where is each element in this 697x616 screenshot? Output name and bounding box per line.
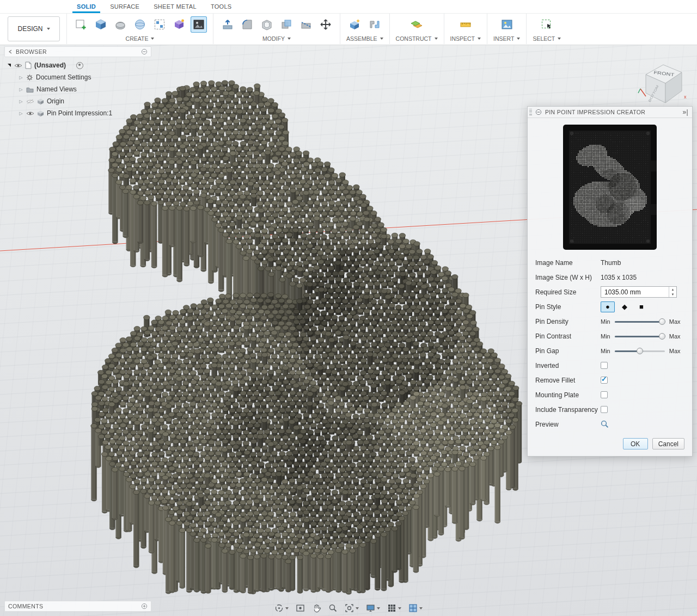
tab-solid[interactable]: SOLID: [70, 0, 103, 13]
press-pull-icon[interactable]: [219, 16, 236, 33]
collapsed-node-icon[interactable]: ▷: [19, 99, 23, 104]
tab-tools[interactable]: TOOLS: [204, 0, 239, 13]
pin-point-impression-dialog: PIN POINT IMPRESSION CREATOR »| Image Na…: [527, 106, 693, 457]
required-size-input[interactable]: 1035.00 mm ▲▼: [601, 286, 677, 298]
grid-and-snaps-icon[interactable]: [387, 603, 401, 613]
pin-density-slider[interactable]: [615, 318, 665, 325]
pin-contrast-row: Pin Contrast Min Max: [535, 329, 684, 343]
create-group-label[interactable]: CREATE: [126, 35, 155, 42]
inverted-checkbox[interactable]: [601, 362, 608, 369]
design-menu-button[interactable]: DESIGN: [8, 16, 60, 41]
construct-group-label[interactable]: CONSTRUCT: [396, 35, 438, 42]
browser-item-named-views[interactable]: ▷ Named Views: [4, 83, 152, 95]
pin-style-label: Pin Style: [535, 303, 601, 311]
slider-thumb[interactable]: [659, 333, 665, 340]
undock-dialog-icon[interactable]: »|: [683, 109, 689, 115]
insert-group-label[interactable]: INSERT: [493, 35, 520, 42]
browser-item-origin[interactable]: ▷ Origin: [4, 95, 152, 107]
eye-icon[interactable]: [26, 110, 34, 116]
pin-style-square-option[interactable]: ■: [634, 301, 649, 312]
size-spinner[interactable]: ▲▼: [669, 287, 676, 297]
measure-icon[interactable]: [457, 16, 474, 33]
include-transparency-checkbox[interactable]: [601, 406, 608, 413]
split-body-icon[interactable]: [298, 16, 314, 33]
remove-fillet-checkbox[interactable]: [601, 377, 608, 384]
eye-off-icon[interactable]: [26, 98, 34, 104]
rectangular-pattern-icon[interactable]: [151, 16, 168, 33]
browser-panel-header[interactable]: BROWSER: [4, 46, 151, 57]
inspect-icons: [457, 15, 474, 34]
zoom-icon[interactable]: [328, 603, 338, 613]
spinner-down-icon[interactable]: ▼: [669, 292, 676, 298]
tab-sheet-metal[interactable]: SHEET METAL: [146, 0, 204, 13]
shell-icon[interactable]: [259, 16, 275, 33]
viewports-icon[interactable]: [408, 603, 423, 613]
construction-plane-icon[interactable]: [408, 16, 425, 33]
modify-group-label[interactable]: MODIFY: [262, 35, 291, 42]
coil-icon[interactable]: [171, 16, 187, 33]
display-settings-icon[interactable]: [366, 603, 380, 613]
preview-magnifier-icon[interactable]: [601, 420, 609, 428]
chevron-down-icon: [398, 607, 401, 609]
inspect-group-label[interactable]: INSPECT: [450, 35, 481, 42]
slider-thumb[interactable]: [637, 348, 643, 354]
browser-item-pin-point-impression[interactable]: ▷ Pin Point Impression:1: [4, 107, 152, 119]
insert-image-icon[interactable]: [499, 16, 515, 33]
sphere-icon[interactable]: [132, 16, 148, 33]
move-icon[interactable]: [317, 16, 334, 33]
dialog-footer: OK Cancel: [528, 434, 692, 456]
include-transparency-row: Include Transparency: [535, 402, 684, 417]
new-component-icon[interactable]: [347, 16, 363, 33]
chevron-down-icon: [558, 38, 561, 40]
image-name-label: Image Name: [535, 259, 601, 267]
fillet-icon[interactable]: [239, 16, 255, 33]
image-size-value: 1035 x 1035: [601, 274, 684, 281]
assemble-group-label[interactable]: ASSEMBLE: [346, 35, 383, 42]
combine-icon[interactable]: [278, 16, 295, 33]
select-icon[interactable]: [539, 16, 555, 33]
pin-style-diamond-option[interactable]: ◆: [617, 301, 632, 312]
comments-panel-header[interactable]: COMMENTS: [4, 601, 151, 612]
active-component-radio[interactable]: [76, 62, 83, 69]
mounting-plate-checkbox[interactable]: [601, 391, 608, 398]
dialog-header[interactable]: PIN POINT IMPRESSION CREATOR »|: [528, 107, 692, 118]
chevron-down-icon: [285, 607, 289, 609]
form-icon[interactable]: [112, 16, 129, 33]
tab-surface[interactable]: SURFACE: [103, 0, 146, 13]
look-at-icon[interactable]: [296, 603, 305, 613]
add-comment-icon[interactable]: [141, 603, 148, 609]
box-icon[interactable]: [93, 16, 109, 33]
select-group-label[interactable]: SELECT: [533, 35, 561, 42]
image-name-value: Thumb: [601, 259, 684, 267]
collapse-panel-icon[interactable]: [8, 50, 13, 54]
spinner-up-icon[interactable]: ▲: [669, 287, 676, 292]
create-sketch-icon[interactable]: [73, 16, 89, 33]
pin-contrast-slider[interactable]: [615, 332, 665, 340]
comments-panel-title: COMMENTS: [8, 603, 43, 609]
collapse-dialog-icon[interactable]: [535, 109, 542, 115]
panel-options-icon[interactable]: [141, 48, 148, 55]
browser-item-unsaved[interactable]: (Unsaved): [4, 59, 152, 71]
drag-grip[interactable]: [529, 109, 532, 116]
pin-style-circle-option[interactable]: ●: [601, 301, 615, 312]
include-transparency-label: Include Transparency: [535, 406, 601, 414]
cancel-button[interactable]: Cancel: [652, 438, 684, 449]
view-cube[interactable]: FRONT BOTTOM x: [637, 55, 689, 107]
ok-button[interactable]: OK: [623, 438, 648, 449]
top-toolbar: SOLID SURFACE SHEET METAL TOOLS DESIGN: [0, 0, 697, 45]
pan-icon[interactable]: [312, 603, 321, 613]
collapsed-node-icon[interactable]: ▷: [19, 75, 23, 80]
group-modify: MODIFY: [213, 14, 340, 44]
image-to-pins-icon[interactable]: [191, 16, 207, 33]
orbit-icon[interactable]: [274, 603, 289, 613]
slider-thumb[interactable]: [659, 318, 665, 325]
browser-item-document-settings[interactable]: ▷ Document Settings: [4, 71, 152, 83]
expanded-node-icon[interactable]: [8, 64, 11, 67]
fit-icon[interactable]: [345, 603, 359, 613]
eye-icon[interactable]: [14, 63, 22, 69]
collapsed-node-icon[interactable]: ▷: [19, 87, 23, 92]
pin-gap-slider[interactable]: [615, 347, 665, 355]
joint-icon[interactable]: [366, 16, 383, 33]
collapsed-node-icon[interactable]: ▷: [19, 111, 23, 116]
workspace-tabs: SOLID SURFACE SHEET METAL TOOLS: [0, 0, 697, 14]
